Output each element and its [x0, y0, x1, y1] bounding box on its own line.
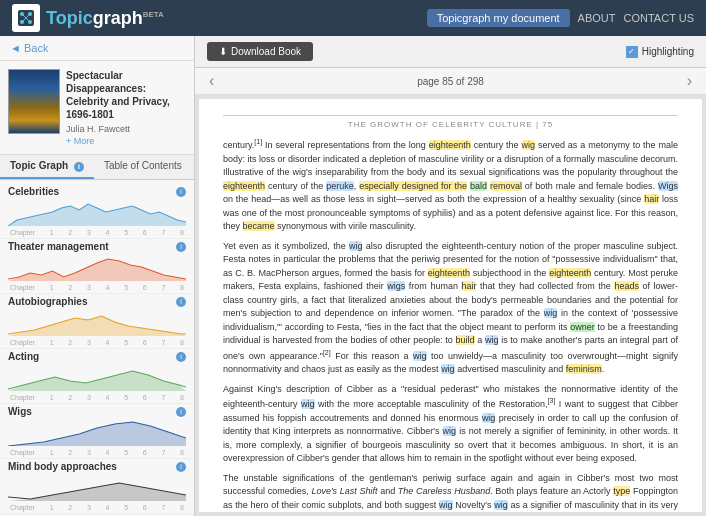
topic-item-mind-body: Mind body approaches i Chapter 12345678 — [0, 459, 194, 514]
header-nav: Topicgraph my document ABOUT CONTACT US — [427, 9, 694, 27]
highlighting-label: Highlighting — [642, 46, 694, 57]
book-cover — [8, 69, 60, 134]
svg-marker-11 — [8, 422, 186, 446]
left-panel: ◄ Back Spectacular Disappearances: Celeb… — [0, 36, 195, 516]
mind-body-info-icon[interactable]: i — [176, 462, 186, 472]
main-container: ◄ Back Spectacular Disappearances: Celeb… — [0, 36, 706, 516]
autobiographies-chart — [8, 308, 186, 336]
topic-item-acting: Acting i Chapter 12345678 — [0, 349, 194, 404]
logo-icon — [12, 4, 40, 32]
wigs-info-icon[interactable]: i — [176, 407, 186, 417]
my-document-button[interactable]: Topicgraph my document — [427, 9, 570, 27]
wigs-chart — [8, 418, 186, 446]
back-button[interactable]: ◄ Back — [0, 36, 194, 61]
book-info: Spectacular Disappearances: Celebrity an… — [0, 61, 194, 155]
tab-table-of-contents[interactable]: Table of Contents — [94, 155, 192, 179]
topic-name-wigs: Wigs — [8, 406, 172, 417]
theater-chart — [8, 253, 186, 281]
header: TopicgraphBETA Topicgraph my document AB… — [0, 0, 706, 36]
book-more-link[interactable]: + More — [66, 136, 186, 146]
logo-topic: Topic — [46, 8, 93, 28]
acting-chart — [8, 363, 186, 391]
svg-marker-9 — [8, 316, 186, 336]
svg-marker-10 — [8, 371, 186, 391]
prev-page-button[interactable]: ‹ — [203, 72, 220, 90]
page-text: century.[1] In several representations f… — [223, 137, 678, 512]
topic-name-theater: Theater management — [8, 241, 172, 252]
logo: TopicgraphBETA — [12, 4, 164, 32]
highlighting-toggle[interactable]: ✓ Highlighting — [626, 46, 694, 58]
mind-body-chapter-labels: Chapter 12345678 — [8, 504, 186, 511]
book-title: Spectacular Disappearances: Celebrity an… — [66, 69, 186, 121]
topic-item-autobiographies: Autobiographies i Chapter 12345678 — [0, 294, 194, 349]
download-button[interactable]: ⬇ Download Book — [207, 42, 313, 61]
celebrities-chapter-labels: Chapter 12345678 — [8, 229, 186, 236]
theater-chapter-labels: Chapter 12345678 — [8, 284, 186, 291]
tab-topic-graph[interactable]: Topic Graph i — [0, 155, 94, 179]
topic-item-celebrities: Celebrities i Chapter 12345678 — [0, 184, 194, 239]
contact-link[interactable]: CONTACT US — [624, 12, 695, 24]
chapter-header: THE GROWTH OF CELEBRITY CULTURE | 75 — [223, 115, 678, 129]
page-nav: ‹ page 85 of 298 › — [195, 68, 706, 95]
book-content: THE GROWTH OF CELEBRITY CULTURE | 75 cen… — [199, 99, 702, 512]
autobiographies-info-icon[interactable]: i — [176, 297, 186, 307]
theater-info-icon[interactable]: i — [176, 242, 186, 252]
book-author: Julia H. Fawcett — [66, 124, 186, 134]
page-number: page 85 of 298 — [220, 76, 680, 87]
svg-marker-8 — [8, 259, 186, 281]
celebrities-chart — [8, 198, 186, 226]
next-page-button[interactable]: › — [681, 72, 698, 90]
autobiographies-chapter-labels: Chapter 12345678 — [8, 339, 186, 346]
logo-text: TopicgraphBETA — [46, 8, 164, 29]
reader-toolbar: ⬇ Download Book ✓ Highlighting — [195, 36, 706, 68]
svg-marker-7 — [8, 204, 186, 226]
mind-body-chart — [8, 473, 186, 501]
download-label: Download Book — [231, 46, 301, 57]
download-icon: ⬇ — [219, 46, 227, 57]
topic-graph-info-icon[interactable]: i — [74, 162, 84, 172]
right-panel: ⬇ Download Book ✓ Highlighting ‹ page 85… — [195, 36, 706, 516]
highlighting-checkbox[interactable]: ✓ — [626, 46, 638, 58]
celebrities-info-icon[interactable]: i — [176, 187, 186, 197]
acting-info-icon[interactable]: i — [176, 352, 186, 362]
acting-chapter-labels: Chapter 12345678 — [8, 394, 186, 401]
logo-beta: BETA — [143, 10, 164, 19]
topic-name-mind-body: Mind body approaches — [8, 461, 172, 472]
book-details: Spectacular Disappearances: Celebrity an… — [66, 69, 186, 146]
about-link[interactable]: ABOUT — [578, 12, 616, 24]
topic-name-celebrities: Celebrities — [8, 186, 172, 197]
topic-item-theater: Theater management i Chapter 12345678 — [0, 239, 194, 294]
topic-name-acting: Acting — [8, 351, 172, 362]
logo-graph: graph — [93, 8, 143, 28]
tabs-row: Topic Graph i Table of Contents — [0, 155, 194, 180]
svg-marker-12 — [8, 483, 186, 501]
topic-item-wigs: Wigs i Chapter 12345678 — [0, 404, 194, 459]
topic-name-autobiographies: Autobiographies — [8, 296, 172, 307]
wigs-chapter-labels: Chapter 12345678 — [8, 449, 186, 456]
topic-list: Celebrities i Chapter 12345678 Theater m… — [0, 180, 194, 516]
